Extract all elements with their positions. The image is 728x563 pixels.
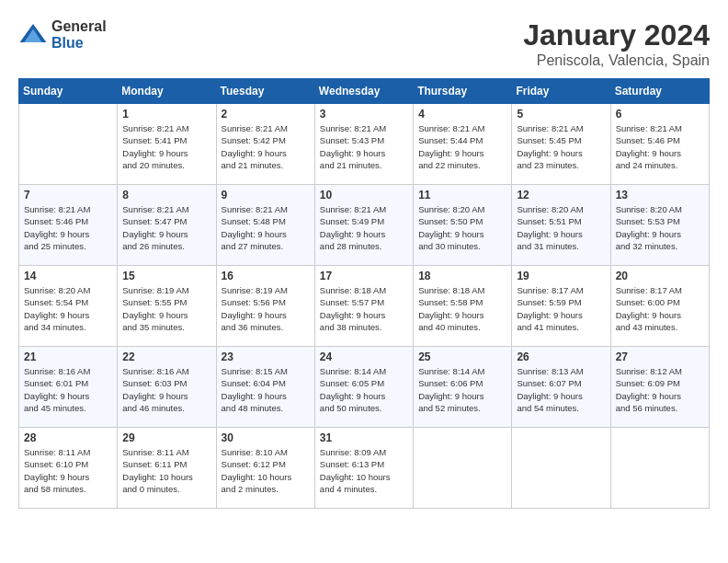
- day-info: Sunrise: 8:19 AM Sunset: 5:55 PM Dayligh…: [122, 284, 210, 333]
- calendar-cell: 18Sunrise: 8:18 AM Sunset: 5:58 PM Dayli…: [414, 266, 512, 347]
- day-info: Sunrise: 8:20 AM Sunset: 5:53 PM Dayligh…: [616, 203, 704, 252]
- calendar-cell: 2Sunrise: 8:21 AM Sunset: 5:42 PM Daylig…: [216, 104, 314, 185]
- day-info: Sunrise: 8:18 AM Sunset: 5:57 PM Dayligh…: [320, 284, 408, 333]
- day-info: Sunrise: 8:13 AM Sunset: 6:07 PM Dayligh…: [517, 365, 605, 414]
- day-info: Sunrise: 8:11 AM Sunset: 6:11 PM Dayligh…: [122, 446, 210, 495]
- calendar-week-row: 1Sunrise: 8:21 AM Sunset: 5:41 PM Daylig…: [19, 104, 710, 185]
- day-info: Sunrise: 8:17 AM Sunset: 6:00 PM Dayligh…: [616, 284, 704, 333]
- calendar-cell: 20Sunrise: 8:17 AM Sunset: 6:00 PM Dayli…: [610, 266, 709, 347]
- day-info: Sunrise: 8:11 AM Sunset: 6:10 PM Dayligh…: [24, 446, 112, 495]
- calendar-week-row: 14Sunrise: 8:20 AM Sunset: 5:54 PM Dayli…: [19, 266, 710, 347]
- month-title: January 2024: [523, 18, 710, 52]
- calendar-cell: 7Sunrise: 8:21 AM Sunset: 5:46 PM Daylig…: [19, 185, 118, 266]
- calendar-cell: 27Sunrise: 8:12 AM Sunset: 6:09 PM Dayli…: [610, 347, 709, 428]
- day-info: Sunrise: 8:19 AM Sunset: 5:56 PM Dayligh…: [222, 284, 310, 333]
- day-number: 18: [418, 270, 506, 282]
- day-number: 12: [517, 189, 605, 201]
- calendar-cell: 5Sunrise: 8:21 AM Sunset: 5:45 PM Daylig…: [512, 104, 610, 185]
- day-number: 5: [517, 108, 605, 121]
- day-info: Sunrise: 8:21 AM Sunset: 5:42 PM Dayligh…: [222, 122, 310, 171]
- calendar-cell: 25Sunrise: 8:14 AM Sunset: 6:06 PM Dayli…: [414, 347, 512, 428]
- calendar-cell: 6Sunrise: 8:21 AM Sunset: 5:46 PM Daylig…: [610, 104, 709, 185]
- day-number: 20: [616, 270, 704, 282]
- calendar-cell: [512, 428, 610, 509]
- page-header: General Blue January 2024 Peniscola, Val…: [18, 18, 710, 69]
- day-info: Sunrise: 8:21 AM Sunset: 5:43 PM Dayligh…: [320, 122, 408, 171]
- weekday-header: Friday: [512, 79, 610, 104]
- day-info: Sunrise: 8:15 AM Sunset: 6:04 PM Dayligh…: [222, 365, 310, 414]
- calendar-cell: 17Sunrise: 8:18 AM Sunset: 5:57 PM Dayli…: [314, 266, 413, 347]
- day-number: 7: [24, 189, 112, 201]
- day-number: 8: [122, 189, 210, 201]
- weekday-header: Tuesday: [216, 79, 314, 104]
- calendar-week-row: 28Sunrise: 8:11 AM Sunset: 6:10 PM Dayli…: [19, 428, 710, 509]
- title-block: January 2024 Peniscola, Valencia, Spain: [523, 18, 710, 69]
- weekday-header: Thursday: [414, 79, 512, 104]
- day-number: 2: [222, 108, 310, 121]
- day-number: 11: [418, 189, 506, 201]
- logo-icon: [18, 20, 48, 50]
- day-number: 16: [222, 270, 310, 282]
- day-number: 6: [616, 108, 704, 121]
- calendar-cell: 30Sunrise: 8:10 AM Sunset: 6:12 PM Dayli…: [216, 428, 314, 509]
- day-number: 14: [24, 270, 112, 282]
- day-number: 1: [122, 108, 210, 121]
- day-info: Sunrise: 8:21 AM Sunset: 5:49 PM Dayligh…: [320, 203, 408, 252]
- calendar-cell: 16Sunrise: 8:19 AM Sunset: 5:56 PM Dayli…: [216, 266, 314, 347]
- day-number: 26: [517, 350, 605, 363]
- day-number: 23: [222, 350, 310, 363]
- calendar-cell: 22Sunrise: 8:16 AM Sunset: 6:03 PM Dayli…: [118, 347, 216, 428]
- calendar-cell: 23Sunrise: 8:15 AM Sunset: 6:04 PM Dayli…: [216, 347, 314, 428]
- day-info: Sunrise: 8:09 AM Sunset: 6:13 PM Dayligh…: [320, 446, 408, 495]
- calendar-cell: [414, 428, 512, 509]
- day-info: Sunrise: 8:21 AM Sunset: 5:46 PM Dayligh…: [24, 203, 112, 252]
- location: Peniscola, Valencia, Spain: [523, 52, 710, 69]
- day-info: Sunrise: 8:21 AM Sunset: 5:46 PM Dayligh…: [616, 122, 704, 171]
- day-number: 24: [320, 350, 408, 363]
- day-info: Sunrise: 8:21 AM Sunset: 5:48 PM Dayligh…: [222, 203, 310, 252]
- calendar-cell: 9Sunrise: 8:21 AM Sunset: 5:48 PM Daylig…: [216, 185, 314, 266]
- day-info: Sunrise: 8:14 AM Sunset: 6:06 PM Dayligh…: [418, 365, 506, 414]
- calendar-cell: [610, 428, 709, 509]
- weekday-row: SundayMondayTuesdayWednesdayThursdayFrid…: [19, 79, 710, 104]
- day-number: 25: [418, 350, 506, 363]
- day-number: 21: [24, 350, 112, 363]
- weekday-header: Saturday: [610, 79, 709, 104]
- weekday-header: Sunday: [19, 79, 118, 104]
- calendar-cell: 26Sunrise: 8:13 AM Sunset: 6:07 PM Dayli…: [512, 347, 610, 428]
- day-info: Sunrise: 8:18 AM Sunset: 5:58 PM Dayligh…: [418, 284, 506, 333]
- day-info: Sunrise: 8:10 AM Sunset: 6:12 PM Dayligh…: [222, 446, 310, 495]
- day-number: 17: [320, 270, 408, 282]
- calendar-cell: 21Sunrise: 8:16 AM Sunset: 6:01 PM Dayli…: [19, 347, 118, 428]
- day-info: Sunrise: 8:20 AM Sunset: 5:51 PM Dayligh…: [517, 203, 605, 252]
- day-number: 27: [616, 350, 704, 363]
- day-info: Sunrise: 8:21 AM Sunset: 5:41 PM Dayligh…: [122, 122, 210, 171]
- calendar-cell: 29Sunrise: 8:11 AM Sunset: 6:11 PM Dayli…: [118, 428, 216, 509]
- day-info: Sunrise: 8:21 AM Sunset: 5:45 PM Dayligh…: [517, 122, 605, 171]
- day-number: 3: [320, 108, 408, 121]
- logo-blue: Blue: [51, 35, 107, 52]
- day-info: Sunrise: 8:20 AM Sunset: 5:50 PM Dayligh…: [418, 203, 506, 252]
- calendar: SundayMondayTuesdayWednesdayThursdayFrid…: [18, 78, 710, 509]
- day-number: 15: [122, 270, 210, 282]
- logo-general: General: [51, 18, 107, 35]
- day-info: Sunrise: 8:12 AM Sunset: 6:09 PM Dayligh…: [616, 365, 704, 414]
- day-info: Sunrise: 8:16 AM Sunset: 6:03 PM Dayligh…: [122, 365, 210, 414]
- calendar-cell: 11Sunrise: 8:20 AM Sunset: 5:50 PM Dayli…: [414, 185, 512, 266]
- calendar-cell: 28Sunrise: 8:11 AM Sunset: 6:10 PM Dayli…: [19, 428, 118, 509]
- weekday-header: Wednesday: [314, 79, 413, 104]
- day-info: Sunrise: 8:20 AM Sunset: 5:54 PM Dayligh…: [24, 284, 112, 333]
- day-number: 4: [418, 108, 506, 121]
- day-number: 9: [222, 189, 310, 201]
- calendar-cell: 14Sunrise: 8:20 AM Sunset: 5:54 PM Dayli…: [19, 266, 118, 347]
- calendar-week-row: 7Sunrise: 8:21 AM Sunset: 5:46 PM Daylig…: [19, 185, 710, 266]
- calendar-cell: 4Sunrise: 8:21 AM Sunset: 5:44 PM Daylig…: [414, 104, 512, 185]
- day-number: 30: [222, 431, 310, 444]
- weekday-header: Monday: [118, 79, 216, 104]
- calendar-cell: 15Sunrise: 8:19 AM Sunset: 5:55 PM Dayli…: [118, 266, 216, 347]
- day-info: Sunrise: 8:21 AM Sunset: 5:44 PM Dayligh…: [418, 122, 506, 171]
- calendar-cell: 8Sunrise: 8:21 AM Sunset: 5:47 PM Daylig…: [118, 185, 216, 266]
- day-number: 13: [616, 189, 704, 201]
- day-info: Sunrise: 8:21 AM Sunset: 5:47 PM Dayligh…: [122, 203, 210, 252]
- logo: General Blue: [18, 18, 107, 51]
